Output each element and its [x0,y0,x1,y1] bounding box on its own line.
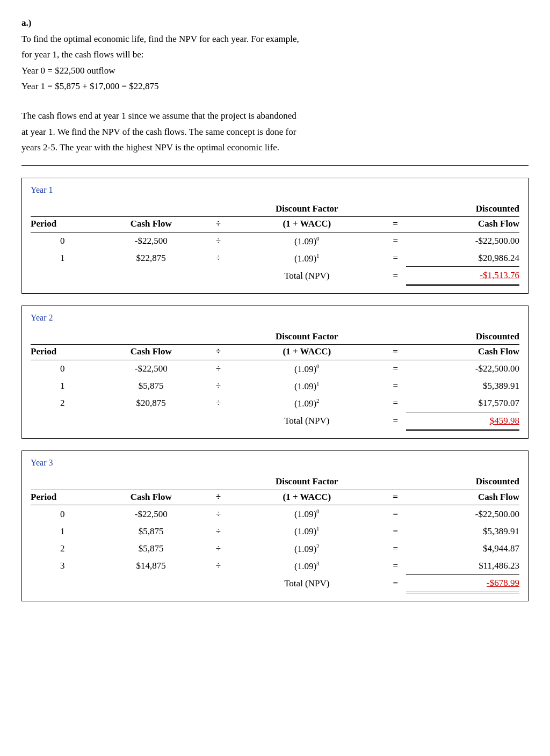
total-empty-1 [31,267,95,285]
intro-para3: years 2-5. The year with the highest NPV… [21,141,529,155]
cell-div-col: ÷ [208,250,229,267]
cell-eq-col: = [385,232,406,250]
cell-div-col: ÷ [208,232,229,250]
cell-div-col: ÷ [208,377,229,395]
col-header-dcf-col: Discounted [406,330,519,345]
cell-cashflow-col: -$22,500 [95,360,208,377]
cell-dcf-col: $20,986.24 [406,250,519,267]
cell-period-col: 0 [31,505,95,523]
cell-dcf-col: $5,389.91 [406,522,519,540]
col-header-div-col: ÷ [208,217,229,232]
col-header-period-col: Period [31,345,95,360]
col-header-eq-col [385,475,406,490]
table-row: 3$14,875÷(1.09)3=$11,486.23 [31,557,519,575]
year-label-3: Year 3 [31,456,519,469]
cell-cashflow-col: $5,875 [95,540,208,557]
cell-div-col: ÷ [208,522,229,540]
col-header-div-col: ÷ [208,490,229,505]
cell-discount-col: (1.09)0 [229,505,385,523]
cell-discount-col: (1.09)1 [229,377,385,395]
cell-discount-col: (1.09)0 [229,232,385,250]
col-header-div-col [208,475,229,490]
table-row: 0-$22,500÷(1.09)0=-$22,500.00 [31,360,519,377]
col-header-period-col [31,475,95,490]
total-empty-3 [208,267,229,285]
total-empty-2 [95,267,208,285]
col-header-div-col [208,202,229,217]
cell-dcf-col: $11,486.23 [406,557,519,575]
cell-period-col: 0 [31,360,95,377]
intro-para1: The cash flows end at year 1 since we as… [21,109,529,123]
cell-discount-col: (1.09)0 [229,360,385,377]
col-header-cashflow-col: Cash Flow [95,490,208,505]
year-label-2: Year 2 [31,311,519,324]
col-header-period-col [31,330,95,345]
total-label: Total (NPV) [229,575,385,593]
col-header-eq-col: = [385,490,406,505]
total-empty-3 [208,575,229,593]
cell-period-col: 1 [31,522,95,540]
cell-eq-col: = [385,360,406,377]
cell-eq-col: = [385,377,406,395]
total-empty-1 [31,575,95,593]
col-header-discount-col: (1 + WACC) [229,490,385,505]
col-header-cashflow-col [95,202,208,217]
cell-eq-col: = [385,540,406,557]
cell-dcf-col: -$22,500.00 [406,505,519,523]
col-header-cashflow-col [95,475,208,490]
cell-discount-col: (1.09)1 [229,522,385,540]
intro-line2: for year 1, the cash flows will be: [21,48,529,62]
cell-dcf-col: $17,570.07 [406,395,519,412]
total-value: $459.98 [406,412,519,430]
part-label: a.) [21,16,529,30]
cell-eq-col: = [385,250,406,267]
cell-eq-col: = [385,557,406,575]
total-eq: = [385,575,406,593]
dcf-table-1: Discount FactorDiscountedPeriodCash Flow… [31,202,519,286]
total-label: Total (NPV) [229,412,385,430]
cell-div-col: ÷ [208,505,229,523]
cell-period-col: 3 [31,557,95,575]
intro-line3: Year 0 = $22,500 outflow [21,64,529,78]
cell-cashflow-col: -$22,500 [95,232,208,250]
col-header-discount-col: Discount Factor [229,202,385,217]
cell-discount-col: (1.09)3 [229,557,385,575]
cell-dcf-col: -$22,500.00 [406,232,519,250]
cell-cashflow-col: $5,875 [95,522,208,540]
cell-dcf-col: -$22,500.00 [406,360,519,377]
cell-cashflow-col: $22,875 [95,250,208,267]
table-row: 2$5,875÷(1.09)2=$4,944.87 [31,540,519,557]
cell-period-col: 2 [31,540,95,557]
col-header-eq-col: = [385,217,406,232]
year-table-1: Year 1Discount FactorDiscountedPeriodCas… [21,178,529,294]
cell-discount-col: (1.09)2 [229,540,385,557]
col-header-cashflow-col: Cash Flow [95,217,208,232]
col-header-period-col: Period [31,490,95,505]
cell-dcf-col: $5,389.91 [406,377,519,395]
year-table-3: Year 3Discount FactorDiscountedPeriodCas… [21,450,529,601]
table-row: 0-$22,500÷(1.09)0=-$22,500.00 [31,232,519,250]
intro-line1: To find the optimal economic life, find … [21,32,529,46]
col-header-dcf-col: Cash Flow [406,345,519,360]
col-header-dcf-col: Cash Flow [406,217,519,232]
cell-discount-col: (1.09)2 [229,395,385,412]
intro-para2: at year 1. We find the NPV of the cash f… [21,125,529,139]
col-header-discount-col: (1 + WACC) [229,345,385,360]
col-header-eq-col: = [385,345,406,360]
col-header-div-col: ÷ [208,345,229,360]
cell-div-col: ÷ [208,360,229,377]
col-header-cashflow-col: Cash Flow [95,345,208,360]
table-row: 1$5,875÷(1.09)1=$5,389.91 [31,377,519,395]
table-row: 1$5,875÷(1.09)1=$5,389.91 [31,522,519,540]
cell-dcf-col: $4,944.87 [406,540,519,557]
col-header-discount-col: Discount Factor [229,330,385,345]
col-header-eq-col [385,330,406,345]
cell-discount-col: (1.09)1 [229,250,385,267]
col-header-div-col [208,330,229,345]
total-value: -$1,513.76 [406,267,519,285]
total-row: Total (NPV)=-$1,513.76 [31,267,519,285]
cell-eq-col: = [385,522,406,540]
cell-div-col: ÷ [208,540,229,557]
cell-eq-col: = [385,505,406,523]
dcf-table-3: Discount FactorDiscountedPeriodCash Flow… [31,475,519,593]
